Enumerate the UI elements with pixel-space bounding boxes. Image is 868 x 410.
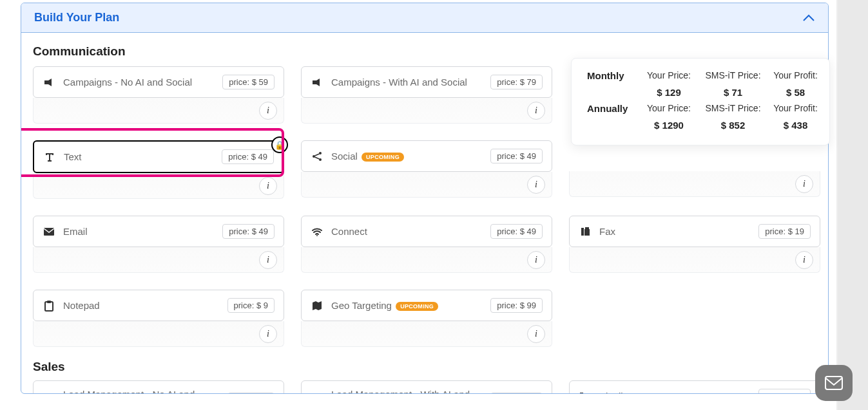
sales-grid: Lead Management - No AI and Social price…	[33, 380, 816, 394]
pipeline-icon	[579, 390, 592, 395]
plan-card-text[interactable]: 🔒 Text price: $ 49	[33, 140, 284, 173]
plan-card-label: Campaigns - No AI and Social	[63, 77, 215, 88]
main-content: Build Your Plan Communication Campaigns …	[0, 0, 838, 410]
info-icon[interactable]: i	[795, 175, 813, 193]
plan-card-pipelines[interactable]: Pipelines price: $ 29	[569, 380, 820, 394]
plan-card-label: Geo Targeting UPCOMING	[331, 300, 483, 311]
info-icon[interactable]: i	[527, 102, 545, 120]
plan-card-label: Fax	[599, 226, 751, 237]
plan-card-cell: Notepad price: $ 9 i	[33, 290, 284, 347]
fax-icon	[579, 225, 592, 238]
plan-card-info-row: i	[33, 98, 284, 124]
info-icon[interactable]: i	[259, 102, 277, 120]
summary-profit-label: Your Profit:	[768, 70, 823, 80]
summary-smsit-price-value: $ 852	[699, 120, 767, 131]
plan-card-cell: Campaigns - With AI and Social price: $ …	[301, 66, 552, 124]
upcoming-badge: UPCOMING	[362, 153, 404, 162]
svg-rect-8	[584, 229, 590, 236]
map-icon	[311, 299, 323, 312]
svg-rect-7	[581, 228, 584, 236]
price-pill: price: $ 29	[758, 389, 811, 394]
section-sales: Sales Lead Management - No AI and Social…	[33, 360, 816, 394]
price-pill: price: $ 79	[490, 75, 543, 89]
svg-line-4	[315, 157, 320, 159]
svg-line-3	[315, 154, 320, 156]
price-pill: price: $ 9	[227, 298, 275, 313]
summary-your-price-label: Your Price:	[640, 70, 698, 80]
plan-card-label: Social UPCOMING	[331, 151, 483, 162]
plan-card-info-row: i	[301, 321, 552, 347]
lock-icon: 🔒	[271, 136, 288, 153]
plan-card-info-row: i	[33, 321, 284, 347]
plan-card-cell: Social UPCOMING price: $ 49 i	[301, 140, 552, 199]
chevron-up-icon[interactable]	[802, 14, 815, 23]
wifi-icon	[311, 225, 323, 238]
pricing-summary: Monthly Your Price: SMS-iT Price: Your P…	[571, 58, 830, 145]
info-icon[interactable]: i	[259, 177, 277, 195]
plan-card-cell: Fax price: $ 19 i	[569, 216, 820, 273]
svg-rect-16	[580, 393, 583, 395]
plan-card-cell: Email price: $ 49 i	[33, 216, 284, 273]
price-pill: price: $ 49	[222, 224, 275, 239]
summary-smsit-price-value: $ 71	[699, 87, 767, 98]
plan-card-cell: Pipelines price: $ 29	[569, 380, 820, 394]
info-icon[interactable]: i	[527, 251, 545, 269]
plan-card-cell: Connect price: $ 49 i	[301, 216, 552, 273]
summary-annually: Annually Your Price: SMS-iT Price: Your …	[587, 103, 816, 131]
window-right-gutter	[838, 0, 868, 410]
info-icon[interactable]: i	[795, 251, 813, 269]
plan-card-notepad[interactable]: Notepad price: $ 9	[33, 290, 284, 321]
plan-card-info-row: i	[301, 247, 552, 273]
svg-rect-11	[47, 301, 51, 303]
plan-card-label: Connect	[331, 226, 483, 237]
plan-card-fax[interactable]: Fax price: $ 19	[569, 216, 820, 247]
summary-profit-value: $ 58	[768, 87, 823, 98]
plan-card-label: Notepad	[63, 300, 220, 311]
plan-card-campaigns-no-ai[interactable]: Campaigns - No AI and Social price: $ 59	[33, 66, 284, 98]
summary-your-price-label: Your Price:	[640, 103, 698, 113]
summary-smsit-price-label: SMS-iT Price:	[699, 70, 767, 80]
plan-card-cell-empty	[569, 290, 820, 347]
price-pill: price: $ 99	[490, 298, 543, 313]
plan-card-label: Lead Management - No AI and Social	[63, 389, 220, 394]
plan-card-label: Lead Management - With AI and Social	[331, 389, 483, 394]
info-icon[interactable]: i	[259, 325, 277, 343]
panel-header[interactable]: Build Your Plan	[21, 3, 828, 33]
price-pill: price: $ 59	[222, 75, 275, 89]
plan-card-campaigns-with-ai[interactable]: Campaigns - With AI and Social price: $ …	[301, 66, 552, 98]
svg-rect-18	[825, 377, 842, 389]
summary-your-price-value: $ 129	[640, 87, 698, 98]
summary-monthly: Monthly Your Price: SMS-iT Price: Your P…	[587, 70, 816, 98]
plan-card-cell: Geo Targeting UPCOMING price: $ 99 i	[301, 290, 552, 347]
info-icon[interactable]: i	[527, 325, 545, 343]
mail-fab[interactable]	[815, 365, 853, 401]
campaign-icon	[311, 76, 323, 89]
summary-smsit-price-label: SMS-iT Price:	[699, 103, 767, 113]
summary-profit-value: $ 438	[768, 120, 823, 131]
plan-card-lead-with-ai[interactable]: Lead Management - With AI and Social pri…	[301, 380, 552, 394]
plan-card-connect[interactable]: Connect price: $ 49	[301, 216, 552, 247]
plan-card-lead-no-ai[interactable]: Lead Management - No AI and Social price…	[33, 380, 284, 394]
plan-card-email[interactable]: Email price: $ 49	[33, 216, 284, 247]
price-pill: price: $ 9	[227, 393, 275, 395]
info-icon[interactable]: i	[527, 176, 545, 194]
plan-card-info-row: i	[569, 171, 820, 197]
plan-card-social[interactable]: Social UPCOMING price: $ 49	[301, 140, 552, 172]
plan-card-info-row: i	[301, 172, 552, 198]
plan-card-geo-targeting[interactable]: Geo Targeting UPCOMING price: $ 99	[301, 290, 552, 321]
price-pill: price: $ 19	[758, 224, 811, 239]
summary-monthly-label: Monthly	[587, 70, 639, 82]
section-sales-title: Sales	[33, 360, 816, 374]
plan-card-label: Text	[64, 151, 214, 162]
svg-rect-9	[585, 227, 589, 230]
plan-card-cell: Lead Management - With AI and Social pri…	[301, 380, 552, 394]
plan-card-cell: Lead Management - No AI and Social price…	[33, 380, 284, 394]
info-icon[interactable]: i	[259, 251, 277, 269]
plan-card-label-text: Geo Targeting	[331, 300, 392, 311]
plan-card-info-row: i	[33, 247, 284, 273]
user-cog-icon	[43, 393, 55, 394]
svg-rect-10	[45, 302, 53, 311]
svg-rect-5	[44, 228, 54, 236]
price-pill: price: $ 29	[490, 393, 543, 395]
panel-title: Build Your Plan	[34, 11, 119, 24]
